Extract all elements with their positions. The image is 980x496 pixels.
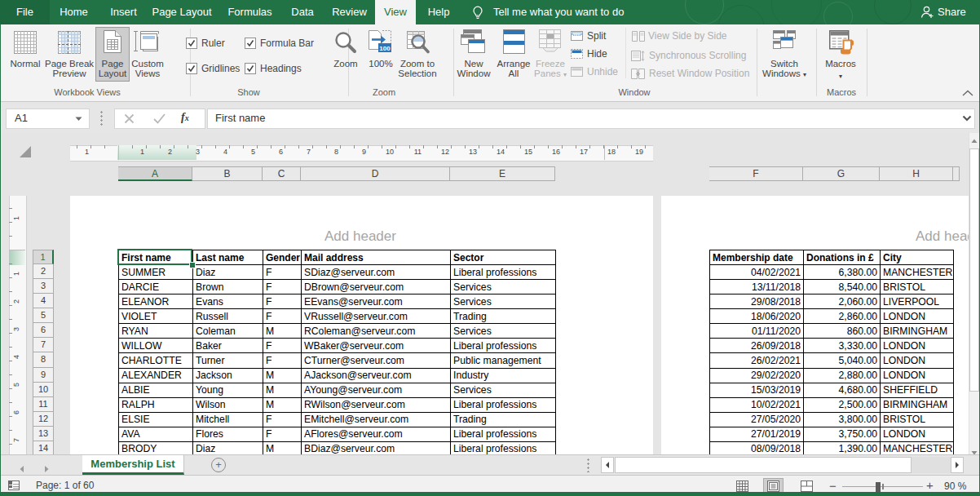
svg-text:100: 100 <box>379 45 391 52</box>
